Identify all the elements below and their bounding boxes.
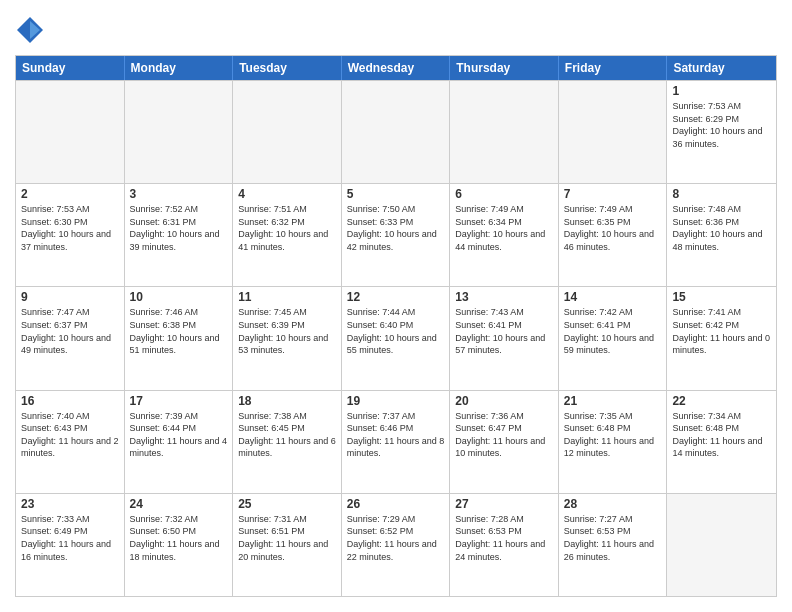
day-number: 17 [130,394,228,408]
day-number: 25 [238,497,336,511]
cell-info: Sunrise: 7:40 AM Sunset: 6:43 PM Dayligh… [21,410,119,460]
cell-info: Sunrise: 7:32 AM Sunset: 6:50 PM Dayligh… [130,513,228,563]
cell-info: Sunrise: 7:52 AM Sunset: 6:31 PM Dayligh… [130,203,228,253]
cell-info: Sunrise: 7:31 AM Sunset: 6:51 PM Dayligh… [238,513,336,563]
cal-cell [125,81,234,183]
day-number: 18 [238,394,336,408]
day-number: 13 [455,290,553,304]
cal-cell: 27Sunrise: 7:28 AM Sunset: 6:53 PM Dayli… [450,494,559,596]
day-number: 28 [564,497,662,511]
cal-week-2: 9Sunrise: 7:47 AM Sunset: 6:37 PM Daylig… [16,286,776,389]
logo-icon [15,15,45,45]
cal-cell: 9Sunrise: 7:47 AM Sunset: 6:37 PM Daylig… [16,287,125,389]
cell-info: Sunrise: 7:47 AM Sunset: 6:37 PM Dayligh… [21,306,119,356]
cell-info: Sunrise: 7:41 AM Sunset: 6:42 PM Dayligh… [672,306,771,356]
cell-info: Sunrise: 7:53 AM Sunset: 6:29 PM Dayligh… [672,100,771,150]
cal-cell [233,81,342,183]
cal-week-4: 23Sunrise: 7:33 AM Sunset: 6:49 PM Dayli… [16,493,776,596]
cell-info: Sunrise: 7:44 AM Sunset: 6:40 PM Dayligh… [347,306,445,356]
cal-cell: 2Sunrise: 7:53 AM Sunset: 6:30 PM Daylig… [16,184,125,286]
cal-cell: 21Sunrise: 7:35 AM Sunset: 6:48 PM Dayli… [559,391,668,493]
day-number: 16 [21,394,119,408]
day-number: 15 [672,290,771,304]
cal-cell: 19Sunrise: 7:37 AM Sunset: 6:46 PM Dayli… [342,391,451,493]
cal-header-wednesday: Wednesday [342,56,451,80]
cal-cell: 15Sunrise: 7:41 AM Sunset: 6:42 PM Dayli… [667,287,776,389]
calendar: SundayMondayTuesdayWednesdayThursdayFrid… [15,55,777,597]
cal-cell: 25Sunrise: 7:31 AM Sunset: 6:51 PM Dayli… [233,494,342,596]
cal-cell: 24Sunrise: 7:32 AM Sunset: 6:50 PM Dayli… [125,494,234,596]
calendar-header: SundayMondayTuesdayWednesdayThursdayFrid… [16,56,776,80]
cal-cell: 20Sunrise: 7:36 AM Sunset: 6:47 PM Dayli… [450,391,559,493]
cal-cell: 18Sunrise: 7:38 AM Sunset: 6:45 PM Dayli… [233,391,342,493]
day-number: 4 [238,187,336,201]
cell-info: Sunrise: 7:37 AM Sunset: 6:46 PM Dayligh… [347,410,445,460]
cal-cell: 7Sunrise: 7:49 AM Sunset: 6:35 PM Daylig… [559,184,668,286]
cell-info: Sunrise: 7:48 AM Sunset: 6:36 PM Dayligh… [672,203,771,253]
cell-info: Sunrise: 7:34 AM Sunset: 6:48 PM Dayligh… [672,410,771,460]
cell-info: Sunrise: 7:28 AM Sunset: 6:53 PM Dayligh… [455,513,553,563]
day-number: 12 [347,290,445,304]
cal-cell [450,81,559,183]
day-number: 8 [672,187,771,201]
day-number: 10 [130,290,228,304]
day-number: 21 [564,394,662,408]
cal-cell: 17Sunrise: 7:39 AM Sunset: 6:44 PM Dayli… [125,391,234,493]
cal-cell [16,81,125,183]
day-number: 2 [21,187,119,201]
cell-info: Sunrise: 7:35 AM Sunset: 6:48 PM Dayligh… [564,410,662,460]
day-number: 26 [347,497,445,511]
cal-header-monday: Monday [125,56,234,80]
cal-cell: 14Sunrise: 7:42 AM Sunset: 6:41 PM Dayli… [559,287,668,389]
cal-cell: 5Sunrise: 7:50 AM Sunset: 6:33 PM Daylig… [342,184,451,286]
calendar-body: 1Sunrise: 7:53 AM Sunset: 6:29 PM Daylig… [16,80,776,596]
cal-cell: 1Sunrise: 7:53 AM Sunset: 6:29 PM Daylig… [667,81,776,183]
day-number: 24 [130,497,228,511]
day-number: 1 [672,84,771,98]
cal-header-tuesday: Tuesday [233,56,342,80]
day-number: 5 [347,187,445,201]
cell-info: Sunrise: 7:29 AM Sunset: 6:52 PM Dayligh… [347,513,445,563]
day-number: 11 [238,290,336,304]
day-number: 7 [564,187,662,201]
cal-header-friday: Friday [559,56,668,80]
cell-info: Sunrise: 7:27 AM Sunset: 6:53 PM Dayligh… [564,513,662,563]
cal-cell: 12Sunrise: 7:44 AM Sunset: 6:40 PM Dayli… [342,287,451,389]
cal-cell: 11Sunrise: 7:45 AM Sunset: 6:39 PM Dayli… [233,287,342,389]
cal-cell: 16Sunrise: 7:40 AM Sunset: 6:43 PM Dayli… [16,391,125,493]
day-number: 22 [672,394,771,408]
cal-cell: 3Sunrise: 7:52 AM Sunset: 6:31 PM Daylig… [125,184,234,286]
cal-cell [559,81,668,183]
day-number: 23 [21,497,119,511]
day-number: 27 [455,497,553,511]
cell-info: Sunrise: 7:53 AM Sunset: 6:30 PM Dayligh… [21,203,119,253]
cal-week-3: 16Sunrise: 7:40 AM Sunset: 6:43 PM Dayli… [16,390,776,493]
day-number: 9 [21,290,119,304]
day-number: 3 [130,187,228,201]
cal-cell: 6Sunrise: 7:49 AM Sunset: 6:34 PM Daylig… [450,184,559,286]
cell-info: Sunrise: 7:39 AM Sunset: 6:44 PM Dayligh… [130,410,228,460]
day-number: 6 [455,187,553,201]
cal-cell: 28Sunrise: 7:27 AM Sunset: 6:53 PM Dayli… [559,494,668,596]
cell-info: Sunrise: 7:38 AM Sunset: 6:45 PM Dayligh… [238,410,336,460]
cell-info: Sunrise: 7:51 AM Sunset: 6:32 PM Dayligh… [238,203,336,253]
cal-header-sunday: Sunday [16,56,125,80]
page: SundayMondayTuesdayWednesdayThursdayFrid… [0,0,792,612]
cell-info: Sunrise: 7:49 AM Sunset: 6:34 PM Dayligh… [455,203,553,253]
cal-header-thursday: Thursday [450,56,559,80]
cell-info: Sunrise: 7:45 AM Sunset: 6:39 PM Dayligh… [238,306,336,356]
cal-cell: 22Sunrise: 7:34 AM Sunset: 6:48 PM Dayli… [667,391,776,493]
cal-cell: 23Sunrise: 7:33 AM Sunset: 6:49 PM Dayli… [16,494,125,596]
logo [15,15,49,45]
day-number: 20 [455,394,553,408]
day-number: 19 [347,394,445,408]
cal-week-1: 2Sunrise: 7:53 AM Sunset: 6:30 PM Daylig… [16,183,776,286]
cell-info: Sunrise: 7:49 AM Sunset: 6:35 PM Dayligh… [564,203,662,253]
cal-cell: 10Sunrise: 7:46 AM Sunset: 6:38 PM Dayli… [125,287,234,389]
cell-info: Sunrise: 7:46 AM Sunset: 6:38 PM Dayligh… [130,306,228,356]
cal-cell: 26Sunrise: 7:29 AM Sunset: 6:52 PM Dayli… [342,494,451,596]
cell-info: Sunrise: 7:42 AM Sunset: 6:41 PM Dayligh… [564,306,662,356]
cal-cell: 4Sunrise: 7:51 AM Sunset: 6:32 PM Daylig… [233,184,342,286]
cal-cell: 8Sunrise: 7:48 AM Sunset: 6:36 PM Daylig… [667,184,776,286]
cell-info: Sunrise: 7:33 AM Sunset: 6:49 PM Dayligh… [21,513,119,563]
